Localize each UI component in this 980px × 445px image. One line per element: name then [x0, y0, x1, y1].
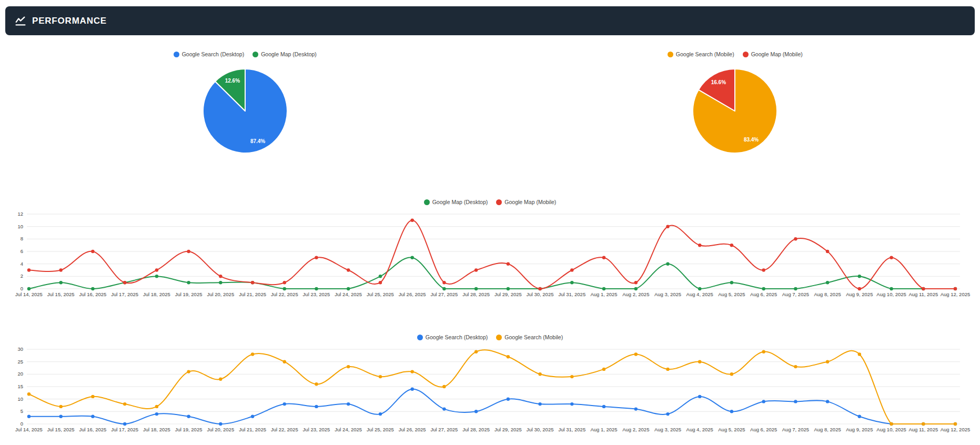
- data-point[interactable]: [347, 287, 350, 290]
- data-point[interactable]: [347, 268, 350, 271]
- data-point[interactable]: [666, 262, 669, 266]
- data-point[interactable]: [890, 256, 893, 259]
- data-point[interactable]: [507, 398, 510, 401]
- data-point[interactable]: [27, 287, 31, 290]
- data-point[interactable]: [474, 350, 478, 353]
- data-point[interactable]: [123, 281, 126, 284]
- data-point[interactable]: [251, 352, 254, 356]
- pie-chart-desktop-canvas[interactable]: 87.4%12.6%: [200, 66, 290, 156]
- data-point[interactable]: [730, 372, 733, 376]
- data-point[interactable]: [730, 410, 733, 413]
- data-point[interactable]: [922, 287, 925, 290]
- data-point[interactable]: [155, 412, 158, 416]
- line-chart-google-search-canvas[interactable]: 051015202530Jul 14, 2025Jul 15, 2025Jul …: [5, 344, 975, 434]
- data-point[interactable]: [634, 352, 638, 356]
- data-point[interactable]: [666, 368, 669, 371]
- data-point[interactable]: [187, 415, 190, 418]
- data-point[interactable]: [283, 402, 286, 406]
- data-point[interactable]: [91, 395, 94, 398]
- data-point[interactable]: [507, 287, 510, 290]
- data-point[interactable]: [602, 256, 605, 259]
- data-point[interactable]: [762, 400, 765, 403]
- data-point[interactable]: [666, 225, 669, 228]
- data-point[interactable]: [411, 388, 414, 391]
- data-point[interactable]: [858, 275, 861, 278]
- data-point[interactable]: [283, 287, 286, 290]
- data-point[interactable]: [570, 402, 573, 406]
- data-point[interactable]: [794, 237, 797, 240]
- data-point[interactable]: [538, 287, 541, 290]
- data-point[interactable]: [602, 287, 605, 290]
- data-point[interactable]: [59, 268, 63, 271]
- data-point[interactable]: [251, 281, 254, 284]
- data-point[interactable]: [538, 402, 541, 406]
- data-point[interactable]: [858, 287, 861, 290]
- data-point[interactable]: [315, 405, 318, 408]
- data-point[interactable]: [858, 415, 861, 418]
- data-point[interactable]: [890, 422, 893, 426]
- data-point[interactable]: [954, 422, 957, 426]
- data-point[interactable]: [698, 244, 701, 247]
- data-point[interactable]: [826, 400, 829, 403]
- data-point[interactable]: [155, 275, 158, 278]
- data-point[interactable]: [27, 415, 31, 418]
- data-point[interactable]: [379, 281, 382, 284]
- data-point[interactable]: [219, 378, 222, 381]
- data-point[interactable]: [219, 422, 222, 426]
- data-point[interactable]: [411, 256, 414, 259]
- data-point[interactable]: [283, 360, 286, 363]
- data-point[interactable]: [411, 219, 414, 222]
- data-point[interactable]: [187, 281, 190, 284]
- series-line[interactable]: [29, 220, 955, 289]
- data-point[interactable]: [922, 422, 925, 426]
- data-point[interactable]: [634, 281, 638, 284]
- data-point[interactable]: [794, 400, 797, 403]
- series-line[interactable]: [29, 389, 955, 424]
- data-point[interactable]: [315, 256, 318, 259]
- data-point[interactable]: [730, 244, 733, 247]
- data-point[interactable]: [123, 422, 126, 426]
- data-point[interactable]: [155, 268, 158, 271]
- data-point[interactable]: [890, 287, 893, 290]
- data-point[interactable]: [570, 268, 573, 271]
- data-point[interactable]: [27, 268, 31, 271]
- data-point[interactable]: [283, 281, 286, 284]
- data-point[interactable]: [826, 250, 829, 253]
- data-point[interactable]: [634, 407, 638, 410]
- data-point[interactable]: [698, 360, 701, 363]
- data-point[interactable]: [762, 268, 765, 271]
- data-point[interactable]: [379, 275, 382, 278]
- data-point[interactable]: [219, 275, 222, 278]
- data-point[interactable]: [379, 412, 382, 416]
- data-point[interactable]: [826, 281, 829, 284]
- data-point[interactable]: [315, 382, 318, 386]
- line-chart-google-map-canvas[interactable]: 024681012Jul 14, 2025Jul 15, 2025Jul 16,…: [5, 209, 975, 299]
- data-point[interactable]: [59, 415, 63, 418]
- data-point[interactable]: [474, 287, 478, 290]
- data-point[interactable]: [794, 365, 797, 368]
- pie-chart-mobile-canvas[interactable]: 83.4%16.6%: [690, 66, 780, 156]
- data-point[interactable]: [155, 405, 158, 408]
- data-point[interactable]: [411, 370, 414, 373]
- data-point[interactable]: [634, 287, 638, 290]
- data-point[interactable]: [91, 250, 94, 253]
- data-point[interactable]: [570, 375, 573, 378]
- data-point[interactable]: [570, 281, 573, 284]
- data-point[interactable]: [762, 350, 765, 353]
- data-point[interactable]: [474, 268, 478, 271]
- data-point[interactable]: [698, 287, 701, 290]
- data-point[interactable]: [187, 370, 190, 373]
- data-point[interactable]: [123, 402, 126, 406]
- data-point[interactable]: [347, 402, 350, 406]
- data-point[interactable]: [379, 375, 382, 378]
- data-point[interactable]: [794, 287, 797, 290]
- data-point[interactable]: [762, 287, 765, 290]
- data-point[interactable]: [602, 368, 605, 371]
- data-point[interactable]: [315, 287, 318, 290]
- data-point[interactable]: [187, 250, 190, 253]
- data-point[interactable]: [858, 352, 861, 356]
- data-point[interactable]: [59, 281, 63, 284]
- data-point[interactable]: [347, 365, 350, 368]
- data-point[interactable]: [954, 287, 957, 290]
- data-point[interactable]: [251, 415, 254, 418]
